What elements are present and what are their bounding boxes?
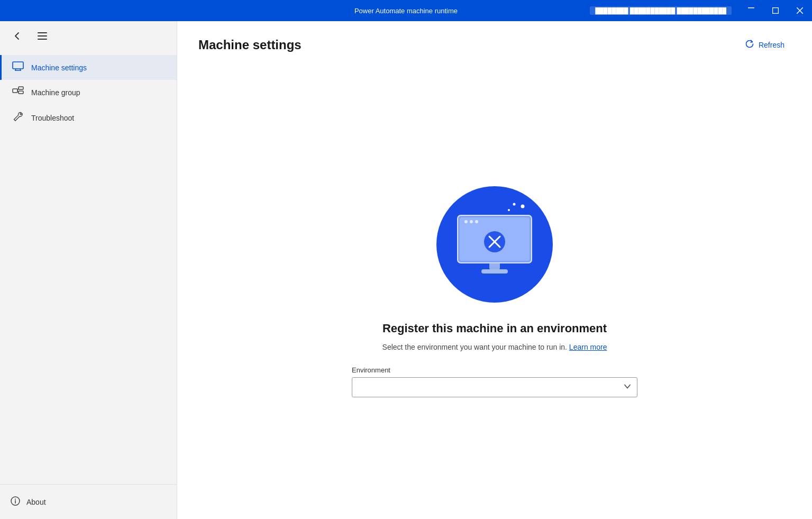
close-button[interactable] <box>788 7 812 14</box>
app-container: Machine settings Machine group <box>0 21 812 519</box>
sidebar-item-label-troubleshoot: Troubleshoot <box>31 114 74 122</box>
sidebar-item-label-machine-group: Machine group <box>31 88 80 97</box>
svg-rect-28 <box>481 269 508 274</box>
hamburger-line-3 <box>38 39 47 40</box>
learn-more-link[interactable]: Learn more <box>569 343 607 351</box>
svg-point-23 <box>475 220 478 223</box>
sidebar-item-machine-settings[interactable]: Machine settings <box>0 55 177 80</box>
svg-point-16 <box>521 204 525 208</box>
environment-select-wrapper <box>352 377 637 397</box>
sidebar-item-troubleshoot[interactable]: Troubleshoot <box>0 105 177 131</box>
wrench-icon <box>12 111 24 124</box>
about-button[interactable]: About <box>11 493 166 511</box>
svg-rect-27 <box>489 263 500 269</box>
svg-point-18 <box>508 209 510 211</box>
sidebar-nav: Machine settings Machine group <box>0 51 177 484</box>
app-title: Power Automate machine runtime <box>354 7 458 15</box>
sidebar-item-machine-group[interactable]: Machine group <box>0 80 177 105</box>
hamburger-menu-button[interactable] <box>34 28 51 44</box>
svg-point-15 <box>15 499 16 500</box>
sidebar: Machine settings Machine group <box>0 21 177 519</box>
minimize-button[interactable] <box>739 7 763 8</box>
svg-point-21 <box>464 220 468 223</box>
svg-rect-1 <box>773 8 779 14</box>
register-desc: Select the environment you want your mac… <box>382 343 607 351</box>
register-desc-text: Select the environment you want your mac… <box>382 343 567 351</box>
main-content: Machine settings Refresh <box>177 21 812 519</box>
hamburger-line-2 <box>38 35 47 37</box>
refresh-label: Refresh <box>759 41 784 49</box>
svg-point-17 <box>513 203 516 205</box>
environment-label: Environment <box>352 366 637 374</box>
svg-rect-9 <box>19 87 23 89</box>
titlebar: Power Automate machine runtime ████████ … <box>0 0 812 21</box>
main-header: Machine settings Refresh <box>177 21 812 64</box>
back-button[interactable] <box>8 28 25 44</box>
illustration-circle <box>436 186 553 303</box>
refresh-icon <box>745 39 754 50</box>
svg-rect-0 <box>748 7 754 8</box>
about-label: About <box>26 498 46 506</box>
sparkles-decoration <box>503 202 529 223</box>
svg-point-22 <box>470 220 473 223</box>
sidebar-top <box>0 21 177 51</box>
sidebar-footer: About <box>0 484 177 519</box>
register-title: Register this machine in an environment <box>382 322 607 335</box>
monitor-icon <box>12 61 24 74</box>
center-section: Register this machine in an environment … <box>177 64 812 519</box>
sidebar-item-label-machine-settings: Machine settings <box>31 63 87 72</box>
environment-select[interactable] <box>352 377 637 397</box>
svg-rect-4 <box>13 62 23 69</box>
info-icon <box>11 496 20 507</box>
window-controls <box>739 7 812 14</box>
svg-rect-10 <box>19 91 23 94</box>
environment-section: Environment <box>352 366 637 397</box>
page-title: Machine settings <box>198 38 302 52</box>
hamburger-line-1 <box>38 32 47 33</box>
svg-rect-8 <box>13 89 17 93</box>
maximize-button[interactable] <box>763 7 788 14</box>
user-label: ████████ ███████████ ████████████ <box>590 6 732 15</box>
machine-group-icon <box>12 86 24 98</box>
refresh-button[interactable]: Refresh <box>738 36 791 53</box>
